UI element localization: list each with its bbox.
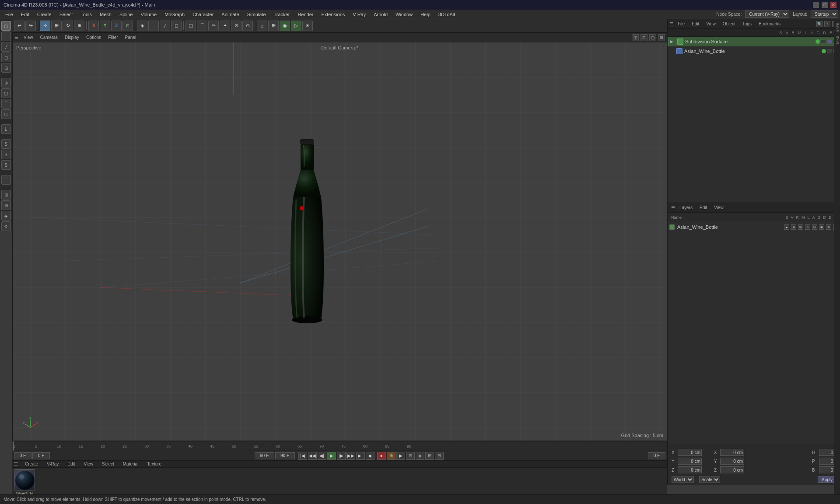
lc-btn-2[interactable]: ◈ (791, 224, 796, 230)
tool-edge-mode[interactable]: / (160, 21, 170, 31)
sidebar-s1[interactable]: S (1, 139, 11, 149)
om-filter-btn[interactable]: 🔍 (816, 21, 822, 27)
tool-z-axis[interactable]: Z (111, 21, 122, 31)
motion-clip3-btn[interactable]: ◈ (416, 452, 424, 460)
tool-paint[interactable]: ✏ (208, 21, 219, 31)
menu-extensions[interactable]: Extensions (318, 11, 348, 18)
motion-clip-btn[interactable]: ▶ (396, 452, 405, 460)
tool-selection[interactable]: ▢ (186, 21, 196, 31)
sidebar-edge-tool[interactable]: ╱ (1, 42, 11, 52)
goto-end-btn[interactable]: ▶| (356, 452, 365, 460)
om-item-bottle[interactable]: Asian_Wine_Bottle (668, 46, 840, 56)
motion-clip4-btn[interactable]: ⊞ (425, 452, 434, 460)
menu-create[interactable]: Create (34, 11, 55, 18)
sidebar-measure[interactable]: L (1, 124, 11, 134)
vp-tab-panel[interactable]: Panel (122, 34, 140, 41)
menu-render[interactable]: Render (294, 11, 317, 18)
lc-btn-1[interactable]: ● (784, 224, 789, 230)
lc-btn-7[interactable]: ⊕ (826, 224, 831, 230)
sidebar-uvw[interactable]: ⊡ (1, 63, 11, 73)
maximize-button[interactable]: □ (822, 2, 828, 8)
tool-snap2[interactable]: ⊞ (268, 21, 279, 31)
mat-tab-create[interactable]: Create (21, 461, 42, 467)
material-item[interactable]: WineS_N (14, 469, 35, 496)
om-tab-edit[interactable]: Edit (689, 21, 702, 27)
vp-ctrl-3[interactable]: ▢ (649, 34, 656, 41)
menu-select[interactable]: Select (56, 11, 77, 18)
menu-file[interactable]: File (2, 11, 17, 18)
menu-edit[interactable]: Edit (18, 11, 33, 18)
motion-clip2-btn[interactable]: ⊡ (406, 452, 415, 460)
mat-tab-select[interactable]: Select (98, 461, 118, 467)
sidebar-object-tool[interactable]: ▢ (1, 21, 11, 31)
menu-simulate[interactable]: Simulate (244, 11, 270, 18)
frame-indicator[interactable] (648, 452, 665, 459)
sidebar-rect-sel[interactable]: ▢ (1, 88, 11, 98)
tool-redo[interactable]: ↪ (25, 21, 36, 31)
layer-item-bottle[interactable]: Asian_Wine_Bottle ● ◈ ⊞ ▷ ⊡ ◉ ⊕ ⊗ (668, 222, 840, 232)
close-button[interactable]: ✕ (830, 2, 836, 8)
vp-tab-options[interactable]: Options (83, 34, 105, 41)
tool-undo[interactable]: ↩ (14, 21, 24, 31)
lc-btn-6[interactable]: ◉ (819, 224, 824, 230)
menu-character[interactable]: Character (189, 11, 217, 18)
vp-tab-display[interactable]: Display (61, 34, 83, 41)
coord-z-input[interactable] (678, 466, 702, 473)
om-expand-subdiv[interactable]: ▶ (670, 39, 676, 44)
tool-x-axis[interactable]: X (88, 21, 99, 31)
vp-ctrl-2[interactable]: ⊡ (640, 34, 648, 41)
menu-mograph[interactable]: MoGraph (161, 11, 188, 18)
current-frame-input[interactable] (32, 452, 50, 459)
menu-3dtoall[interactable]: 3DToAll (435, 11, 458, 18)
mat-tab-edit[interactable]: Edit (64, 461, 78, 467)
sidebar-poly-tool[interactable]: ◻ (1, 52, 11, 62)
end-frame-input[interactable] (255, 452, 274, 459)
sidebar-poly-sel[interactable]: ⬡ (1, 109, 11, 119)
menu-window[interactable]: Window (392, 11, 416, 18)
mat-tab-vray[interactable]: V-Ray (43, 461, 62, 467)
lc-btn-3[interactable]: ⊞ (798, 224, 803, 230)
prev-key-btn[interactable]: ◀| (318, 452, 326, 460)
menu-spline[interactable]: Spline (116, 11, 136, 18)
lc-btn-5[interactable]: ⊡ (812, 224, 817, 230)
om-add-btn[interactable]: + (824, 21, 830, 27)
lc-btn-4[interactable]: ▷ (805, 224, 810, 230)
tool-knife[interactable]: ⊘ (231, 21, 242, 31)
om-tag-2[interactable] (827, 39, 832, 44)
vp-tab-view[interactable]: View (20, 34, 37, 41)
sidebar-s3[interactable]: S (1, 160, 11, 170)
tool-light[interactable]: ☀ (302, 21, 313, 31)
menu-tracker[interactable]: Tracker (270, 11, 294, 18)
tool-magnet[interactable]: ✦ (220, 21, 230, 31)
layout-select[interactable]: Startup (811, 10, 838, 18)
minimize-button[interactable]: ─ (813, 2, 819, 8)
layers-tab-edit[interactable]: Edit (697, 204, 710, 211)
coord-world-select[interactable]: World Object (672, 476, 694, 483)
menu-volume[interactable]: Volume (137, 11, 160, 18)
tool-loop-sel[interactable]: ⊙ (242, 21, 253, 31)
sidebar-s2[interactable]: S (1, 150, 11, 159)
tool-scale[interactable]: ⊞ (51, 21, 62, 31)
mat-tab-view[interactable]: View (80, 461, 97, 467)
tool-object-mode[interactable]: ◈ (137, 21, 147, 31)
tool-render[interactable]: ▷ (291, 21, 301, 31)
sidebar-lasso-sel[interactable]: ⌒ (1, 99, 11, 108)
goto-start-btn[interactable]: |◀ (298, 452, 307, 460)
tool-transform[interactable]: ⊕ (74, 21, 84, 31)
sidebar-point-tool[interactable]: · (1, 32, 11, 41)
record-marker-btn[interactable]: ◆ (366, 452, 374, 460)
next-key-btn[interactable]: |▶ (337, 452, 346, 460)
timeline[interactable]: 0 5 10 15 20 25 30 35 40 45 50 55 60 65 … (12, 441, 667, 451)
om-tab-view[interactable]: View (704, 21, 718, 27)
vp-tab-filter[interactable]: Filter (105, 34, 121, 41)
next-frame-btn[interactable]: ▶▶ (346, 452, 355, 460)
tool-render-view[interactable]: ◉ (280, 21, 290, 31)
coord-z2-input[interactable] (720, 466, 744, 473)
sidebar-grid3[interactable]: ◈ (1, 211, 11, 220)
layers-tab-layers[interactable]: Layers (677, 204, 695, 211)
menu-mesh[interactable]: Mesh (96, 11, 115, 18)
menu-animate[interactable]: Animate (218, 11, 242, 18)
vp-ctrl-1[interactable]: ◫ (632, 34, 639, 41)
coord-x2-input[interactable] (720, 449, 744, 456)
tool-lasso[interactable]: ⌒ (197, 21, 207, 31)
